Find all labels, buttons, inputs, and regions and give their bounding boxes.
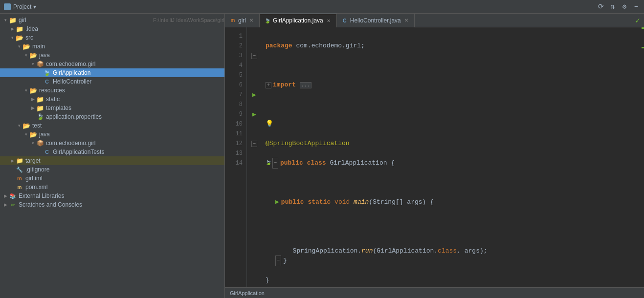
tree-item-resources[interactable]: ▾ 📂 resources (0, 86, 224, 95)
close-btn-girl[interactable]: ✕ (248, 18, 254, 23)
fold-class-inline[interactable]: − (272, 158, 278, 169)
build-status-icon: ✓ (635, 16, 644, 25)
minimize-icon[interactable]: − (632, 3, 640, 11)
tree-item-scratches[interactable]: ▶ ✏ Scratches and Consoles (0, 200, 224, 209)
tree-item-static[interactable]: ▶ 📁 static (0, 95, 224, 104)
tree-item-package[interactable]: ▾ 📦 com.echodemo.girl (0, 60, 224, 68)
folder-open-icon-java-main: 📂 (29, 51, 37, 59)
status-bar: GirlApplication (225, 287, 644, 298)
fold-import[interactable]: − (251, 53, 257, 59)
tree-label-girl-application: GirlApplication (53, 69, 224, 76)
code-line-8 (266, 178, 639, 188)
line-num-2: 2 (225, 41, 243, 51)
tree-item-hello-controller[interactable]: ▶ C HelloController (0, 77, 224, 86)
folder-icon-idea: 📁 (16, 25, 23, 33)
tree-label-java-main: java (39, 52, 224, 59)
properties-icon: 🍃 (36, 113, 44, 121)
arrow-java-main: ▾ (22, 53, 29, 58)
gear-icon[interactable]: ⚙ (621, 3, 628, 11)
tree-item-pom-xml[interactable]: ▶ m pom.xml (0, 183, 224, 192)
editor-area: m girl ✕ 🍃 GirlApplication.java ✕ C Hell… (225, 14, 644, 298)
dropdown-arrow[interactable]: ▾ (33, 3, 36, 10)
arrow-girl-root: ▾ (2, 18, 9, 22)
line-num-4: 4 (225, 61, 243, 70)
tree-label-external-libs: External Libraries (19, 192, 224, 199)
refresh-icon[interactable]: ⟳ (597, 3, 605, 11)
code-content[interactable]: package com.echodemo.girl; +import ... 💡… (262, 27, 639, 287)
tree-label-target: target (25, 157, 224, 164)
tab-label-hello-controller: HelloController.java (350, 17, 401, 24)
tab-hello-controller[interactable]: C HelloController.java ✕ (337, 14, 415, 27)
tree-item-app-properties[interactable]: ▶ 🍃 application.properties (0, 112, 224, 121)
tree-label-scratches: Scratches and Consoles (19, 201, 224, 208)
sort-icon[interactable]: ⇅ (609, 3, 617, 11)
code-line-4 (266, 100, 639, 109)
gutter-14 (247, 158, 262, 168)
close-btn-hello-controller[interactable]: ✕ (403, 18, 409, 23)
tree-item-package-test[interactable]: ▾ 📦 com.echodemo.girl (0, 139, 224, 148)
tree-label-girl-application-tests: GirlApplicationTests (53, 149, 224, 155)
arrow-static: ▶ (29, 97, 36, 102)
code-line-3: +import ... (266, 80, 639, 90)
tree-item-girl-application[interactable]: ▶ 🍃 GirlApplication (0, 68, 224, 77)
fold-method[interactable]: − (251, 141, 257, 147)
tree-item-java-test[interactable]: ▾ 📂 java (0, 130, 224, 139)
tree-label-idea: .idea (25, 25, 224, 32)
tree-label-girl-iml: girl.iml (25, 175, 224, 182)
line-num-14: 14 (225, 158, 243, 168)
arrow-package: ▾ (29, 62, 36, 66)
gutter-4 (247, 61, 262, 70)
right-gutter-mark-1 (642, 27, 644, 29)
tab-icon-girl: m (230, 18, 236, 23)
file-tree: ▾ 📁 girl F:\IntelliJ Idea\WorkSpace\girl… (0, 14, 224, 298)
tree-item-idea[interactable]: ▶ 📁 .idea (0, 24, 224, 33)
fold-import-inline[interactable]: + (266, 82, 271, 88)
tree-item-target[interactable]: ▶ 📁 target (0, 156, 224, 165)
gutter-5 (247, 70, 262, 80)
tree-label-gitignore: .gitignore (25, 166, 224, 173)
tree-label-package: com.echodemo.girl (46, 61, 224, 67)
line-num-3: 3 (225, 51, 243, 61)
tree-item-gitignore[interactable]: ▶ 🔧 .gitignore (0, 165, 224, 174)
tree-item-external-libs[interactable]: ▶ 📚 External Libraries (0, 192, 224, 200)
folder-open-icon-src: 📂 (16, 34, 23, 42)
run-button-class[interactable]: ▶ (252, 91, 256, 99)
tree-label-girl-root: girl (19, 17, 150, 23)
arrow-templates: ▶ (29, 106, 36, 110)
tree-item-test[interactable]: ▾ 📂 test (0, 121, 224, 130)
gutter-1 (247, 31, 262, 41)
package-icon-test: 📦 (36, 139, 44, 147)
line-num-6: 6 (225, 80, 243, 90)
folder-open-icon: 📁 (9, 16, 17, 24)
tree-item-girl-iml[interactable]: ▶ m girl.iml (0, 174, 224, 183)
tree-item-java-main[interactable]: ▾ 📂 java (0, 51, 224, 60)
tab-label-girl: girl (238, 17, 246, 24)
tab-girl[interactable]: m girl ✕ (225, 14, 260, 27)
fold-method-close-inline[interactable]: − (275, 255, 281, 266)
tree-item-girl-root[interactable]: ▾ 📁 girl F:\IntelliJ Idea\WorkSpace\girl (0, 16, 224, 24)
arrow-extlib: ▶ (2, 193, 9, 198)
code-editor: 1 2 3 4 5 6 7 8 9 10 11 12 13 14 − (225, 27, 644, 287)
code-line-9: ▶ public static void main(String[] args)… (266, 197, 639, 207)
tree-label-resources: resources (39, 87, 224, 94)
code-line-6: @SpringBootApplication (266, 139, 639, 149)
run-button-main[interactable]: ▶ (252, 110, 256, 118)
lightbulb-icon: 💡 (266, 119, 273, 129)
status-file-name: GirlApplication (230, 290, 265, 296)
folder-icon-static: 📁 (36, 95, 44, 103)
tree-item-main[interactable]: ▾ 📂 main (0, 42, 224, 51)
close-btn-girl-application[interactable]: ✕ (326, 18, 332, 23)
project-title: Project ▾ (13, 3, 597, 10)
code-line-13: } (266, 276, 639, 285)
tree-item-girl-application-tests[interactable]: ▶ C GirlApplicationTests (0, 148, 224, 156)
folder-icon-target: 📁 (16, 157, 23, 165)
tree-item-templates[interactable]: ▶ 📁 templates (0, 104, 224, 112)
java-icon-tests: C (43, 148, 51, 156)
tree-item-src[interactable]: ▾ 📂 src (0, 33, 224, 42)
code-line-2 (266, 61, 639, 70)
project-icon (4, 3, 11, 10)
line-num-7: 7 (225, 90, 243, 100)
arrow-test: ▾ (16, 123, 22, 128)
line-num-1: 1 (225, 31, 243, 41)
tab-girl-application[interactable]: 🍃 GirlApplication.java ✕ (260, 14, 337, 27)
